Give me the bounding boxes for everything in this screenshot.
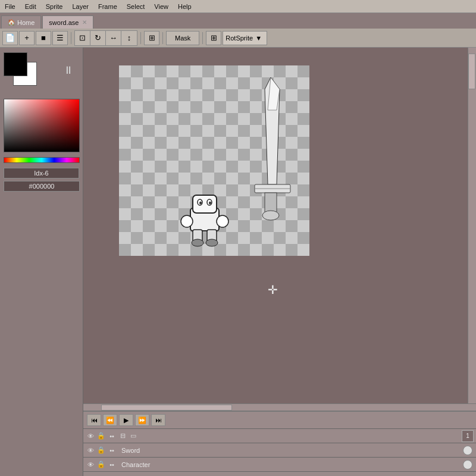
layer-row-group[interactable]: 👁 🔒 •• ⊟ ▭ 1 [83,429,476,443]
canvas-cursor: ✛ [268,283,278,297]
sword-layer-dot [463,446,472,455]
menu-frame[interactable]: Frame [93,2,122,11]
timeline-prev-button[interactable]: ⏪ [103,414,117,426]
foreground-color-swatch[interactable] [4,52,27,76]
character-layer-icons: 👁 🔒 •• [83,460,119,469]
sword-eye-icon[interactable]: 👁 [86,446,95,455]
timeline-last-button[interactable]: ⏭ [151,414,165,426]
character-layer-name: Character [119,461,463,468]
character-lock-icon[interactable]: 🔒 [96,460,106,469]
horizontal-scrollbar-thumb[interactable] [101,405,232,411]
toolbar-separator-2 [140,32,141,44]
layers-panel: 👁 🔒 •• ⊟ ▭ 1 👁 🔒 •• S [83,429,476,472]
hex-value-row: #000000 [4,181,79,192]
rotation-mode-dropdown-icon[interactable]: ▼ [255,35,262,42]
menu-edit[interactable]: Edit [20,2,41,11]
menu-bar: File Edit Sprite Layer Frame Select View… [0,0,476,13]
layer-frame-icon[interactable]: ▭ [129,431,138,441]
pause-icon: ⏸ [63,64,74,77]
menu-help[interactable]: Help [173,2,196,11]
home-tab-icon: 🏠 [8,19,15,26]
open-file-button[interactable]: + [19,31,35,45]
timeline-next-button[interactable]: ⏩ [135,414,149,426]
layer-lock-icon[interactable]: 🔒 [96,431,106,441]
menu-select[interactable]: Select [122,2,150,11]
toolbar: 📄 + ■ ☰ ⊡ ↻ ↔ ↕ ⊞ Mask ⊞ RotSprite ▼ [0,29,476,48]
menu-layer[interactable]: Layer [67,2,93,11]
checkerboard-bg [119,65,309,256]
menu-view[interactable]: View [149,2,173,11]
flip-h-button[interactable]: ↔ [106,31,121,45]
timeline-controls: ⏮ ⏪ ▶ ⏩ ⏭ [83,412,476,429]
left-panel: ⏸ Idx-6 #000000 [0,48,83,476]
mask-button[interactable]: Mask [166,31,199,45]
canvas-scroll-area[interactable]: ✛ [83,48,476,403]
rotation-mode-label: RotSprite [226,35,253,42]
hue-slider[interactable] [4,157,80,163]
tab-close-icon[interactable]: ✕ [82,19,87,26]
layer-visibility-group-icon: 👁 🔒 •• ⊟ ▭ [83,431,140,441]
grid-button[interactable]: ⊞ [144,31,159,45]
pixel-grid-button[interactable]: ⊞ [206,31,221,45]
layer-collapse-icon[interactable]: ⊟ [118,431,127,441]
layer-link-icon[interactable]: •• [107,431,117,441]
menu-file[interactable]: File [0,2,20,11]
sword-lock-icon[interactable]: 🔒 [96,446,106,455]
palette-label-row: Idx-6 [4,168,79,178]
character-layer-dot [463,460,472,469]
layer-frame-badge: 1 [462,430,474,442]
tab-home[interactable]: 🏠 Home [1,15,41,29]
layer-row-sword[interactable]: 👁 🔒 •• Sword [83,443,476,458]
new-file-button[interactable]: 📄 [2,31,18,45]
canvas-container: ✛ ⏮ ⏪ ▶ ⏩ ⏭ � [83,48,476,476]
select-tool-button[interactable]: ⊡ [75,31,90,45]
tab-bar: 🏠 Home sword.ase ✕ [0,13,476,29]
save-button[interactable]: ■ [36,31,51,45]
palette-name-button[interactable]: Idx-6 [4,168,79,178]
rotation-mode-select[interactable]: RotSprite ▼ [223,31,267,45]
horizontal-scrollbar[interactable] [83,403,476,411]
canvas-viewport [119,65,309,256]
timeline-play-button[interactable]: ▶ [119,414,133,426]
tab-home-label: Home [17,19,35,26]
menu-sprite[interactable]: Sprite [41,2,68,11]
color-swatch-area: ⏸ [4,52,74,93]
rotate-tool-button[interactable]: ↻ [90,31,106,45]
bottom-panel: ⏮ ⏪ ▶ ⏩ ⏭ 👁 🔒 •• ⊟ ▭ 1 [83,411,476,476]
character-eye-icon[interactable]: 👁 [86,460,95,469]
sword-link-icon[interactable]: •• [107,446,117,455]
vertical-scrollbar[interactable] [468,48,476,403]
transform-tool-group: ⊡ ↻ ↔ ↕ [74,30,137,46]
vertical-scrollbar-thumb[interactable] [468,54,475,89]
hex-color-value[interactable]: #000000 [4,181,80,192]
sword-layer-icons: 👁 🔒 •• [83,446,119,455]
sword-layer-name: Sword [119,447,463,454]
tab-sword[interactable]: sword.ase ✕ [42,15,93,29]
toolbar-separator-3 [162,32,163,44]
toolbar-separator-1 [71,32,71,44]
main-area: ⏸ Idx-6 #000000 [0,48,476,476]
layer-eye-icon[interactable]: 👁 [86,431,95,441]
toolbar-separator-4 [202,32,203,44]
layer-row-character[interactable]: 👁 🔒 •• Character [83,458,476,472]
tab-sword-label: sword.ase [49,19,79,26]
color-gradient-picker[interactable] [4,99,80,152]
character-link-icon[interactable]: •• [107,460,117,469]
timeline-first-button[interactable]: ⏮ [87,414,101,426]
flip-v-button[interactable]: ↕ [121,31,137,45]
menu-button[interactable]: ☰ [52,31,68,45]
